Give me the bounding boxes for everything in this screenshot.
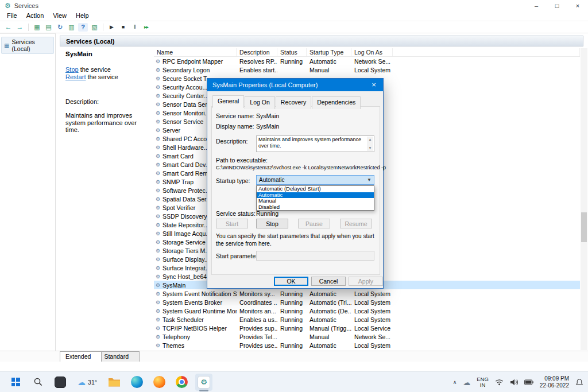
- tab-dependencies[interactable]: Dependencies: [312, 96, 361, 109]
- forward-icon[interactable]: →: [15, 22, 25, 32]
- textarea-scrollbar[interactable]: ▲▼: [367, 137, 373, 151]
- startup-type-combobox[interactable]: Automatic ▼: [256, 175, 374, 185]
- tab-standard[interactable]: Standard: [98, 351, 140, 362]
- table-row[interactable]: ⚙Task Scheduler Enables a us... Running …: [154, 315, 580, 324]
- service-gear-icon: ⚙: [156, 282, 160, 288]
- view-tabs-bar: Extended Standard: [0, 351, 588, 362]
- search-icon: [33, 377, 43, 387]
- table-row[interactable]: ⚙Themes Provides use... Running Automati…: [154, 341, 580, 350]
- restart-service-line: Restart the service: [65, 73, 148, 81]
- column-header-startup-type[interactable]: Startup Type: [307, 48, 351, 56]
- region-code: IN: [477, 382, 489, 388]
- table-row[interactable]: ⚙System Events Broker Coordinates ... Ru…: [154, 298, 580, 306]
- apply-button[interactable]: Apply: [349, 277, 383, 286]
- start-button-taskbar[interactable]: [7, 374, 24, 391]
- start-parameters-input[interactable]: [256, 251, 374, 261]
- service-gear-icon: ⚙: [156, 67, 160, 73]
- pause-service-icon[interactable]: ‖: [130, 22, 140, 32]
- cancel-button[interactable]: Cancel: [311, 277, 346, 286]
- chrome-button[interactable]: [173, 374, 190, 391]
- dropdown-option[interactable]: Manual: [257, 198, 374, 204]
- services-taskbar-button[interactable]: ⚙: [195, 374, 212, 391]
- start-button[interactable]: Start: [216, 219, 248, 228]
- search-button[interactable]: [29, 374, 47, 391]
- start-parameters-label: Start parameters:: [216, 253, 262, 259]
- scroll-up-icon[interactable]: ▲: [369, 137, 372, 143]
- show-tree-icon[interactable]: ▦: [32, 22, 42, 32]
- menu-view[interactable]: View: [48, 11, 71, 21]
- stop-service-icon[interactable]: ■: [118, 22, 128, 32]
- tab-log-on[interactable]: Log On: [245, 96, 274, 109]
- scroll-down-icon[interactable]: ▼: [369, 145, 372, 152]
- weather-widget[interactable]: ☁ 31°: [74, 374, 100, 391]
- table-row[interactable]: ⚙TCP/IP NetBIOS Helper Provides sup... R…: [154, 324, 580, 332]
- list-scrollbar[interactable]: [581, 48, 587, 350]
- file-explorer-button[interactable]: [106, 374, 123, 391]
- battery-icon[interactable]: [524, 379, 533, 385]
- restart-service-link[interactable]: Restart: [65, 73, 86, 80]
- volume-icon[interactable]: [510, 379, 518, 386]
- restart-service-icon[interactable]: ▸▸: [141, 22, 151, 32]
- back-icon[interactable]: ←: [3, 22, 13, 32]
- close-button[interactable]: ×: [567, 0, 588, 11]
- resume-button[interactable]: Resume: [340, 219, 372, 228]
- table-row[interactable]: ⚙System Guard Runtime Mon... Monitors an…: [154, 306, 580, 315]
- maximize-button[interactable]: □: [547, 0, 567, 11]
- snapin-icon[interactable]: ▧: [90, 22, 99, 32]
- service-gear-icon: ⚙: [156, 136, 160, 142]
- dialog-titlebar[interactable]: SysMain Properties (Local Computer): [207, 79, 383, 91]
- display-name-label: Display name:: [216, 123, 254, 130]
- dialog-close-icon[interactable]: ×: [365, 79, 383, 91]
- help-icon[interactable]: ?: [78, 23, 88, 32]
- tab-recovery[interactable]: Recovery: [276, 96, 311, 109]
- table-row[interactable]: ⚙RPC Endpoint Mapper Resolves RP... Runn…: [154, 57, 580, 65]
- wifi-icon[interactable]: [495, 379, 504, 386]
- refresh-icon[interactable]: ↻: [55, 22, 65, 32]
- scrollbar-thumb[interactable]: [581, 212, 587, 242]
- tree-item-services-local[interactable]: ▦ Services (Local): [1, 37, 54, 54]
- service-gear-icon: ⚙: [156, 110, 160, 116]
- tab-general[interactable]: General: [212, 95, 244, 108]
- service-gear-icon: ⚙: [156, 317, 160, 323]
- table-row[interactable]: ⚙Secondary Logon Enables start... Manual…: [154, 65, 580, 74]
- tray-chevron-up-icon[interactable]: ∧: [453, 379, 457, 385]
- export-list-icon[interactable]: ▤: [44, 22, 53, 32]
- ok-button[interactable]: OK: [274, 277, 308, 286]
- description-textarea[interactable]: Maintains and improves system performanc…: [256, 135, 374, 152]
- display-name-value: SysMain: [256, 123, 279, 130]
- clock[interactable]: 09:09 PM 22-06-2022: [540, 375, 569, 389]
- clock-time: 09:09 PM: [540, 375, 569, 382]
- properties-icon[interactable]: ▥: [67, 22, 76, 32]
- service-gear-icon: ⚙: [156, 291, 160, 297]
- column-header-description[interactable]: Description: [237, 48, 277, 56]
- start-service-icon[interactable]: ▶: [107, 22, 117, 32]
- menu-file[interactable]: File: [2, 11, 22, 21]
- minimize-button[interactable]: –: [526, 0, 547, 11]
- service-name-value: SysMain: [256, 112, 279, 119]
- table-row[interactable]: ⚙Telephony Provides Tel... Manual Networ…: [154, 332, 580, 341]
- stop-button[interactable]: Stop: [256, 219, 288, 228]
- dropdown-option[interactable]: Disabled: [257, 204, 374, 211]
- menu-help[interactable]: Help: [71, 11, 94, 21]
- service-gear-icon: ⚙: [156, 102, 160, 107]
- column-header-logon-as[interactable]: Log On As: [351, 48, 393, 56]
- tab-extended[interactable]: Extended: [60, 351, 102, 362]
- notification-bell-icon[interactable]: [575, 378, 583, 386]
- path-value: C:\WINDOWS\system32\svchost.exe -k Local…: [216, 165, 386, 170]
- menu-action[interactable]: Action: [22, 11, 49, 21]
- task-view-button[interactable]: [52, 374, 69, 391]
- table-row[interactable]: ⚙System Event Notification S... Monitors…: [154, 289, 580, 298]
- path-label: Path to executable:: [216, 157, 268, 164]
- dropdown-option[interactable]: Automatic (Delayed Start): [257, 186, 374, 192]
- language-switcher[interactable]: ENG IN: [477, 377, 489, 388]
- column-header-name[interactable]: Name: [154, 48, 237, 56]
- firefox-icon: [153, 376, 165, 388]
- clock-date: 22-06-2022: [540, 382, 569, 389]
- general-tab-page: Service name: SysMain Display name: SysM…: [211, 106, 380, 275]
- onedrive-cloud-icon[interactable]: ☁: [463, 378, 470, 387]
- firefox-button[interactable]: [150, 374, 168, 391]
- pause-button[interactable]: Pause: [298, 219, 330, 228]
- edge-button[interactable]: [128, 374, 145, 391]
- stop-service-link[interactable]: Stop: [65, 66, 79, 73]
- column-header-status[interactable]: Status: [277, 48, 307, 56]
